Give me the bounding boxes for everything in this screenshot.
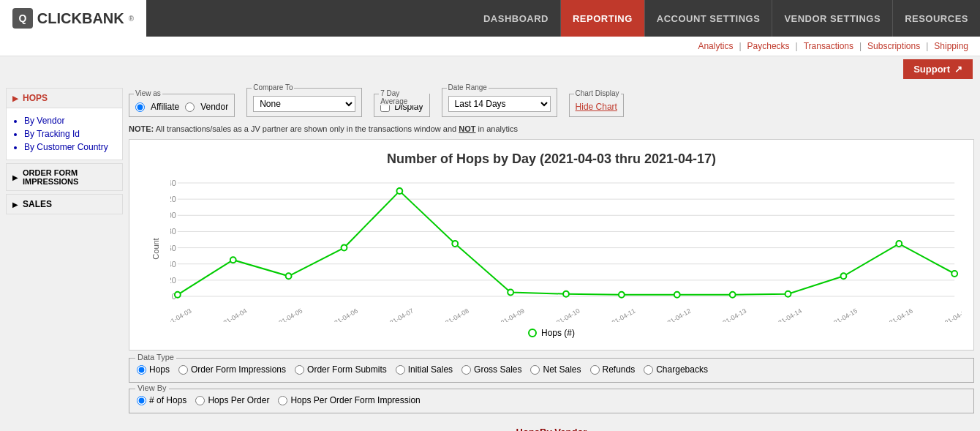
right-section: View as Affiliate Vendor Compare To None… [129,88,974,431]
chart-title: Number of Hops by Day (2021-04-03 thru 2… [141,151,962,167]
legend-circle [528,329,537,337]
chart-legend: Hops (#) [141,328,962,338]
sidebar-sales-heading[interactable]: ▶ SALES [6,194,123,214]
data-type-radio[interactable] [396,365,405,375]
vendor-label[interactable]: Vendor [200,102,228,112]
y-axis-label: Count [151,238,160,259]
svg-text:140: 140 [170,179,176,187]
arrow-icon-3: ▶ [12,200,18,209]
affiliate-label[interactable]: Affiliate [151,102,179,112]
svg-text:2021-04-13: 2021-04-13 [715,307,747,322]
svg-point-19 [342,245,347,251]
sidebar-hops-heading[interactable]: ▶ HOPS [6,88,123,108]
hide-chart-link[interactable]: Hide Chart [576,102,617,112]
data-type-option[interactable]: Refunds [590,364,636,375]
sub-nav-sep: | [859,41,862,51]
sidebar-hops-items: By VendorBy Tracking IdBy Customer Count… [6,108,123,160]
data-type-option[interactable]: Order Form Submits [295,364,387,375]
sub-nav-shipping[interactable]: Shipping [934,41,968,51]
sub-nav-sep: | [739,41,741,51]
data-type-radio[interactable] [461,365,471,375]
sidebar-sales-label: SALES [23,199,52,209]
sidebar-order-form-label: ORDER FORM IMPRESSIONS [23,168,116,186]
data-type-option[interactable]: Hops [137,364,170,375]
compare-to-group: Compare To None [246,88,362,117]
nav-item-dashboard[interactable]: DASHBOARD [472,0,561,37]
logo-text: CLICKBANK [37,10,124,27]
nav-item-vendor-settings[interactable]: VENDOR SETTINGS [772,0,893,37]
footer-text: HopsBy Vendor [516,427,587,431]
controls-bar: View as Affiliate Vendor Compare To None… [129,88,974,117]
nav-item-reporting[interactable]: REPORTING [561,0,645,37]
data-type-radio[interactable] [644,365,653,375]
svg-text:2021-04-11: 2021-04-11 [604,307,636,322]
view-by-option[interactable]: Hops Per Order Form Impression [278,395,420,405]
view-by-radio[interactable] [137,396,146,405]
svg-text:2021-04-16: 2021-04-16 [882,307,914,322]
logo-icon: Q [12,8,33,29]
svg-point-20 [396,188,402,194]
sub-nav-analytics[interactable]: Analytics [698,41,733,51]
hops-sub-item[interactable]: By Tracking Id [24,129,115,139]
arrow-icon-2: ▶ [12,173,18,181]
logo-registered: ® [129,15,134,23]
hops-footer: HopsBy Vendor [129,419,974,431]
data-type-radio[interactable] [590,365,600,375]
data-type-option[interactable]: Chargebacks [644,364,708,375]
nav-item-resources[interactable]: RESOURCES [893,0,980,37]
date-range-select[interactable]: Last 14 Days [448,96,551,112]
view-by-label: View By [135,383,169,392]
data-type-option[interactable]: Gross Sales [461,364,521,375]
svg-text:2021-04-05: 2021-04-05 [271,307,304,322]
chart-svg: 0204060801001201402021-04-032021-04-0420… [170,176,962,322]
data-type-radio[interactable] [137,365,146,375]
legend-label: Hops (#) [541,328,575,338]
view-as-group: View as Affiliate Vendor [129,94,235,117]
svg-text:2021-04-14: 2021-04-14 [771,307,803,322]
svg-point-26 [730,292,736,298]
view-as-label: View as [134,89,162,97]
view-by-option[interactable]: Hops Per Order [195,395,269,405]
support-button[interactable]: Support ↗ [903,59,973,79]
view-by-radio[interactable] [278,396,287,405]
sidebar-section-order-form: ▶ ORDER FORM IMPRESSIONS [6,163,123,191]
svg-point-28 [840,273,846,279]
seven-day-label: 7 Day Average [379,89,429,105]
nav-item-account-settings[interactable]: ACCOUNT SETTINGS [645,0,773,37]
data-section: Data Type Hops Order Form Impressions Or… [129,358,974,419]
data-type-radio[interactable] [530,365,540,375]
svg-text:40: 40 [170,260,176,269]
sub-nav-subscriptions[interactable]: Subscriptions [867,41,920,51]
svg-text:2021-04-10: 2021-04-10 [549,307,581,322]
sub-nav-sep: | [796,41,798,51]
external-link-icon: ↗ [954,64,962,75]
sub-nav-transactions[interactable]: Transactions [804,41,853,51]
svg-text:2021-04-09: 2021-04-09 [494,307,526,322]
affiliate-radio[interactable] [135,102,145,112]
date-range-label: Date Range [447,83,489,91]
svg-text:80: 80 [170,227,176,236]
view-by-box: View By # of Hops Hops Per Order Hops Pe… [129,389,974,413]
svg-point-29 [896,241,902,247]
svg-text:2021-04-17: 2021-04-17 [938,307,962,322]
sub-nav-paychecks[interactable]: Paychecks [747,41,790,51]
svg-text:2021-04-12: 2021-04-12 [660,307,692,322]
svg-point-17 [230,257,236,263]
data-type-option[interactable]: Net Sales [530,364,581,375]
view-by-radios: # of Hops Hops Per Order Hops Per Order … [137,395,966,405]
view-by-option[interactable]: # of Hops [137,395,186,405]
data-type-option[interactable]: Order Form Impressions [178,364,286,375]
view-by-radio[interactable] [195,396,205,405]
sidebar-hops-label: HOPS [23,93,48,103]
data-type-label: Data Type [135,353,176,361]
data-type-radio[interactable] [178,365,188,375]
hops-sub-item[interactable]: By Customer Country [24,142,115,152]
compare-to-select[interactable]: None [253,96,355,112]
sidebar-order-form-heading[interactable]: ▶ ORDER FORM IMPRESSIONS [6,163,123,191]
vendor-radio[interactable] [185,102,195,112]
data-type-option[interactable]: Initial Sales [396,364,453,375]
svg-text:60: 60 [170,243,176,252]
sidebar-section-hops: ▶ HOPS By VendorBy Tracking IdBy Custome… [6,88,123,160]
data-type-radio[interactable] [295,365,304,375]
hops-sub-item[interactable]: By Vendor [24,116,115,126]
